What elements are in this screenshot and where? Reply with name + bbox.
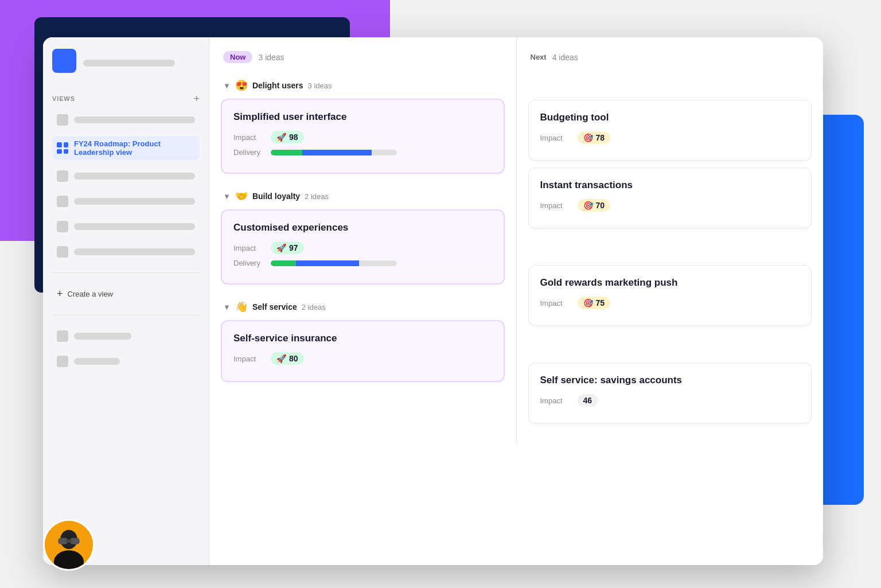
group-self-service-emoji: 👋: [235, 301, 248, 313]
columns-header: Now 3 ideas Next 4 ideas: [209, 37, 823, 72]
group-loyalty-chevron-icon[interactable]: ▼: [223, 192, 231, 201]
impact-badge-simplified-ui: 🚀 98: [271, 131, 304, 143]
sidebar-divider-1: [52, 272, 200, 273]
card-customised-exp-impact-row: Impact 🚀 97: [233, 242, 492, 254]
impact-badge-instant-transactions: 🎯 70: [578, 199, 611, 212]
group-self-service: ▼ 👋 Self service 2 ideas Self-service in…: [221, 294, 505, 382]
impact-label-3: Impact: [233, 355, 265, 363]
next-count: 4 ideas: [552, 53, 578, 62]
card-simplified-ui-title: Simplified user interface: [233, 111, 492, 123]
next-column: Budgeting tool Impact 🎯 78 Instant trans…: [517, 72, 824, 444]
sidebar-bottom-2[interactable]: [52, 352, 200, 371]
group-self-service-chevron-icon[interactable]: ▼: [223, 303, 231, 311]
avatar: [43, 519, 95, 571]
impact-badge-budgeting-tool: 🎯 78: [578, 131, 611, 144]
impact-value-gold-rewards: 75: [596, 298, 605, 307]
sidebar-item-3[interactable]: [52, 192, 200, 211]
card-gold-rewards-title: Gold rewards marketing push: [540, 277, 800, 289]
card-instant-transactions-title: Instant transactions: [540, 180, 800, 191]
sidebar-item-4[interactable]: [52, 217, 200, 236]
group-self-service-title: Self service: [252, 302, 297, 311]
group-delight-count: 3 ideas: [308, 81, 332, 90]
target-icon-1: 🎯: [583, 133, 593, 142]
sidebar-item-bar-2: [74, 173, 195, 180]
card-customised-exp[interactable]: Customised experiences Impact 🚀 97 Deliv…: [221, 209, 505, 285]
sidebar-item-bar-3: [74, 198, 195, 205]
impact-value-budgeting-tool: 78: [596, 133, 605, 142]
add-view-button[interactable]: +: [193, 94, 200, 104]
views-header: VIEWS +: [52, 94, 200, 104]
impact-value-instant-transactions: 70: [596, 201, 605, 210]
card-self-service-insurance-title: Self-service insurance: [233, 333, 492, 344]
card-customised-exp-title: Customised experiences: [233, 222, 492, 233]
sidebar-item-icon-4: [57, 221, 68, 232]
sidebar-item-5[interactable]: [52, 243, 200, 261]
impact-value-simplified-ui: 98: [289, 133, 298, 142]
sidebar-item-bar-4: [74, 223, 195, 230]
delivery-bar-blue-customised-exp: [296, 260, 359, 266]
group-loyalty-next: Gold rewards marketing push Impact 🎯 75: [528, 237, 812, 326]
rocket-icon-2: 🚀: [276, 243, 286, 252]
svg-rect-5: [66, 539, 71, 543]
card-gold-rewards[interactable]: Gold rewards marketing push Impact 🎯 75: [528, 265, 812, 326]
card-self-service-savings-impact-row: Impact 46: [540, 394, 800, 407]
delivery-bar-customised-exp: [271, 260, 397, 266]
group-loyalty-count: 2 ideas: [305, 192, 329, 201]
card-instant-transactions[interactable]: Instant transactions Impact 🎯 70: [528, 168, 812, 228]
card-simplified-ui-delivery-row: Delivery: [233, 148, 492, 157]
now-tag: Now: [223, 51, 252, 63]
sidebar-logo-text: [83, 60, 175, 67]
impact-label-4: Impact: [540, 134, 572, 142]
group-loyalty-emoji: 🤝: [235, 190, 248, 203]
delivery-label-2: Delivery: [233, 259, 265, 267]
card-self-service-savings[interactable]: Self service: savings accounts Impact 46: [528, 363, 812, 423]
sidebar-item-icon-1: [57, 114, 68, 126]
group-build-loyalty: ▼ 🤝 Build loyalty 2 ideas Customised exp…: [221, 183, 505, 285]
card-self-service-insurance-impact-row: Impact 🚀 80: [233, 352, 492, 365]
group-self-service-header: ▼ 👋 Self service 2 ideas: [221, 294, 505, 320]
sidebar-item-bar-5: [74, 248, 195, 255]
now-column: ▼ 😍 Delight users 3 ideas Simplified use…: [209, 72, 516, 444]
delivery-bar-simplified-ui: [271, 150, 397, 155]
group-header-spacer-2: [528, 237, 812, 265]
card-budgeting-tool[interactable]: Budgeting tool Impact 🎯 78: [528, 100, 812, 161]
group-delight-header: ▼ 😍 Delight users 3 ideas: [221, 72, 505, 99]
delivery-bar-blue-simplified-ui: [302, 150, 372, 155]
sidebar: VIEWS + FY24 Roadmap: Product Leadership…: [43, 37, 209, 565]
card-simplified-ui[interactable]: Simplified user interface Impact 🚀 98 De…: [221, 99, 505, 174]
sidebar-item-icon-2: [57, 170, 68, 182]
group-delight-chevron-icon[interactable]: ▼: [223, 81, 231, 90]
impact-value-self-service-insurance: 80: [289, 354, 298, 363]
create-view-button[interactable]: + Create a view: [52, 285, 200, 303]
delivery-label: Delivery: [233, 148, 265, 157]
card-self-service-savings-title: Self service: savings accounts: [540, 375, 800, 386]
sidebar-bottom-bar-2: [74, 358, 120, 365]
impact-label-6: Impact: [540, 299, 572, 307]
now-column-header: Now 3 ideas: [209, 37, 516, 72]
sidebar-item-2[interactable]: [52, 167, 200, 185]
group-header-spacer-1: [528, 72, 812, 100]
app-logo: [52, 49, 76, 73]
sidebar-item-1[interactable]: [52, 111, 200, 129]
impact-badge-self-service-savings: 46: [578, 394, 598, 407]
sidebar-item-active[interactable]: FY24 Roadmap: Product Leadership view: [52, 136, 200, 160]
sidebar-bottom-1[interactable]: [52, 327, 200, 345]
views-label: VIEWS: [52, 95, 75, 102]
now-count: 3 ideas: [258, 53, 284, 62]
impact-label: Impact: [233, 133, 265, 142]
columns-body: ▼ 😍 Delight users 3 ideas Simplified use…: [209, 72, 823, 444]
impact-value-self-service-savings: 46: [583, 396, 592, 405]
group-loyalty-header: ▼ 🤝 Build loyalty 2 ideas: [221, 183, 505, 209]
next-tag: Next: [531, 51, 547, 63]
sidebar-active-label: FY24 Roadmap: Product Leadership view: [74, 139, 195, 157]
card-self-service-insurance[interactable]: Self-service insurance Impact 🚀 80: [221, 320, 505, 382]
sidebar-divider-2: [52, 315, 200, 316]
sidebar-item-bar-1: [74, 116, 195, 123]
impact-value-customised-exp: 97: [289, 243, 298, 252]
sidebar-item-icon-5: [57, 246, 68, 258]
card-instant-transactions-impact-row: Impact 🎯 70: [540, 199, 800, 212]
group-delight-next: Budgeting tool Impact 🎯 78 Instant trans…: [528, 72, 812, 228]
delivery-bar-green-simplified-ui: [271, 150, 302, 155]
next-column-header: Next 4 ideas: [517, 37, 824, 72]
grid-icon: [57, 142, 68, 154]
